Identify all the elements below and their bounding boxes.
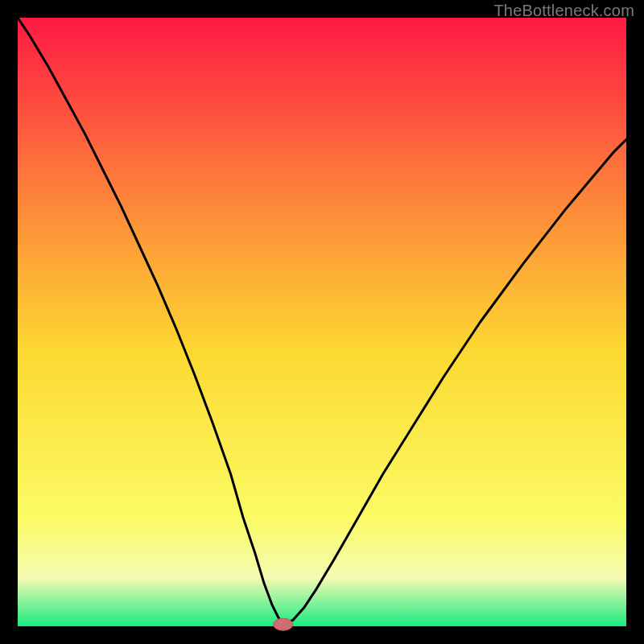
plot-background	[18, 18, 626, 626]
chart-container: TheBottleneck.com	[0, 0, 644, 644]
watermark-text: TheBottleneck.com	[493, 2, 634, 20]
bottleneck-chart	[0, 0, 644, 644]
optimal-point-marker	[274, 618, 293, 630]
